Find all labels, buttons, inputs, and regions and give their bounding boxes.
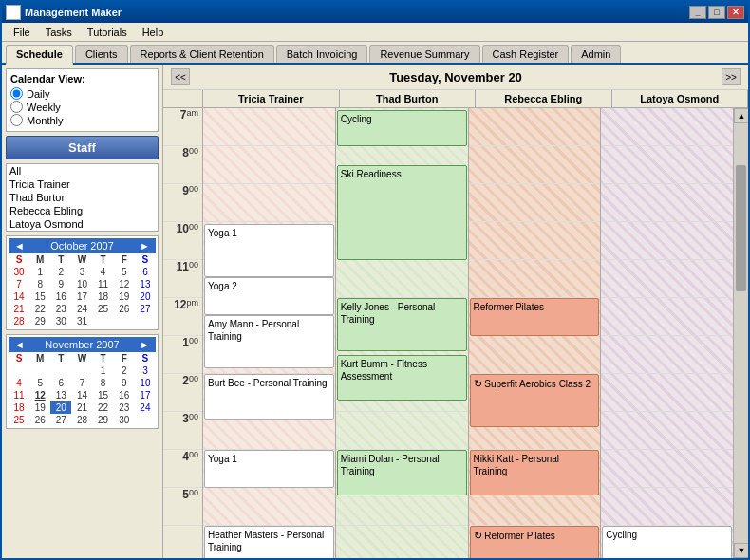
staff-button[interactable]: Staff bbox=[6, 136, 159, 159]
staff-all[interactable]: All bbox=[7, 164, 158, 177]
cal-day[interactable]: 3 bbox=[71, 266, 92, 278]
scroll-down[interactable]: ▼ bbox=[734, 543, 748, 558]
cal-day[interactable]: 12 bbox=[114, 278, 135, 290]
cal-day[interactable]: 21 bbox=[9, 303, 29, 315]
tab-cash-register[interactable]: Cash Register bbox=[482, 45, 570, 63]
tab-batch-invoicing[interactable]: Batch Invoicing bbox=[276, 45, 368, 63]
event-miami-dolan[interactable]: Miami Dolan - Personal Training bbox=[337, 450, 467, 495]
cal-day[interactable]: 8 bbox=[29, 278, 50, 290]
cal-day[interactable] bbox=[50, 364, 71, 377]
cal-day[interactable]: 29 bbox=[93, 414, 114, 426]
cal-day[interactable] bbox=[135, 315, 156, 327]
vertical-scrollbar[interactable]: ▲ ▼ bbox=[733, 108, 748, 558]
cal-day[interactable]: 2 bbox=[114, 364, 135, 377]
cal-day[interactable]: 16 bbox=[114, 389, 135, 401]
cal-day[interactable]: 27 bbox=[50, 414, 71, 426]
cal-day[interactable]: 9 bbox=[114, 377, 135, 389]
cal-day[interactable]: 1 bbox=[93, 364, 114, 377]
cal-day[interactable]: 4 bbox=[93, 266, 114, 278]
minimize-button[interactable]: _ bbox=[689, 6, 706, 19]
cal-day[interactable]: 15 bbox=[93, 389, 114, 401]
cal-day[interactable] bbox=[9, 364, 29, 377]
cal-day[interactable]: 13 bbox=[50, 389, 71, 401]
event-burt-bee[interactable]: Burt Bee - Personal Training bbox=[204, 374, 334, 420]
cal-day[interactable]: 22 bbox=[93, 401, 114, 414]
cal-day[interactable]: 19 bbox=[29, 401, 50, 414]
cal-day[interactable]: 26 bbox=[114, 303, 135, 315]
cal-day[interactable]: 30 bbox=[114, 414, 135, 426]
tab-schedule[interactable]: Schedule bbox=[6, 45, 73, 65]
event-kurt-bumm[interactable]: Kurt Bumm - Fitness Assessment bbox=[337, 355, 467, 401]
cal-day[interactable]: 16 bbox=[50, 290, 71, 303]
cal-day[interactable]: 2 bbox=[50, 266, 71, 278]
october-prev[interactable]: ◄ bbox=[10, 240, 28, 252]
cal-day[interactable] bbox=[114, 315, 135, 327]
event-cycling-thad[interactable]: Cycling bbox=[337, 110, 467, 146]
cal-day[interactable] bbox=[71, 364, 92, 377]
event-reformer-pilates-1[interactable]: Reformer Pilates bbox=[470, 298, 600, 336]
cal-day[interactable]: 13 bbox=[135, 278, 156, 290]
cal-day[interactable]: 15 bbox=[29, 290, 50, 303]
radio-daily[interactable]: Daily bbox=[10, 87, 154, 100]
cal-day[interactable]: 6 bbox=[50, 377, 71, 389]
cal-day[interactable]: 12 bbox=[29, 389, 50, 401]
menu-file[interactable]: File bbox=[6, 25, 38, 40]
radio-weekly[interactable]: Weekly bbox=[10, 101, 154, 113]
cal-day[interactable]: 28 bbox=[9, 315, 29, 327]
cal-day[interactable]: 5 bbox=[114, 266, 135, 278]
cal-day[interactable]: 30 bbox=[50, 315, 71, 327]
cal-day[interactable]: 28 bbox=[71, 414, 92, 426]
event-heather[interactable]: Heather Masters - Personal Training bbox=[204, 526, 334, 558]
cal-day[interactable]: 24 bbox=[71, 303, 92, 315]
cal-day[interactable]: 31 bbox=[71, 315, 92, 327]
event-amy-mann[interactable]: Amy Mann - Personal Training bbox=[204, 315, 334, 368]
event-nikki-katt[interactable]: Nikki Katt - Personal Training bbox=[470, 450, 600, 495]
radio-monthly[interactable]: Monthly bbox=[10, 114, 154, 126]
cal-day[interactable] bbox=[29, 364, 50, 377]
cal-day[interactable]: 14 bbox=[9, 290, 29, 303]
cal-day[interactable]: 22 bbox=[29, 303, 50, 315]
cal-day[interactable]: 27 bbox=[135, 303, 156, 315]
maximize-button[interactable]: □ bbox=[708, 6, 725, 19]
cal-day[interactable]: 23 bbox=[50, 303, 71, 315]
cal-day[interactable]: 9 bbox=[50, 278, 71, 290]
close-button[interactable]: ✕ bbox=[727, 6, 744, 19]
cal-day[interactable]: 24 bbox=[135, 401, 156, 414]
staff-rebecca[interactable]: Rebecca Ebling bbox=[7, 204, 158, 217]
next-button[interactable]: >> bbox=[722, 68, 741, 85]
cal-day[interactable]: 14 bbox=[71, 389, 92, 401]
prev-button[interactable]: << bbox=[171, 68, 190, 85]
october-next[interactable]: ► bbox=[136, 240, 154, 252]
cal-day[interactable]: 18 bbox=[9, 401, 29, 414]
cal-day[interactable]: 7 bbox=[71, 377, 92, 389]
cal-day[interactable]: 5 bbox=[29, 377, 50, 389]
cal-day[interactable]: 25 bbox=[93, 303, 114, 315]
cal-day[interactable]: 8 bbox=[93, 377, 114, 389]
november-prev[interactable]: ◄ bbox=[10, 339, 28, 350]
cal-day[interactable] bbox=[93, 315, 114, 327]
event-yoga1-2[interactable]: Yoga 1 bbox=[204, 450, 334, 488]
cal-day[interactable]: 10 bbox=[71, 278, 92, 290]
staff-latoya[interactable]: Latoya Osmond bbox=[7, 217, 158, 231]
staff-tricia[interactable]: Tricia Trainer bbox=[7, 177, 158, 191]
cal-day[interactable]: 25 bbox=[9, 414, 29, 426]
cal-day[interactable]: 11 bbox=[9, 389, 29, 401]
cal-day[interactable]: 26 bbox=[29, 414, 50, 426]
cal-day[interactable]: 17 bbox=[135, 389, 156, 401]
event-ski-readiness[interactable]: Ski Readiness bbox=[337, 165, 467, 260]
menu-tasks[interactable]: Tasks bbox=[38, 25, 80, 40]
tab-reports[interactable]: Reports & Client Retention bbox=[130, 45, 274, 63]
cal-day[interactable]: 3 bbox=[135, 364, 156, 377]
staff-thad[interactable]: Thad Burton bbox=[7, 191, 158, 204]
cal-day[interactable]: 18 bbox=[93, 290, 114, 303]
event-kelly-jones[interactable]: Kelly Jones - Personal Training bbox=[337, 298, 467, 351]
tab-revenue-summary[interactable]: Revenue Summary bbox=[369, 45, 479, 63]
cal-day[interactable]: 4 bbox=[9, 377, 29, 389]
cal-day[interactable]: 30 bbox=[9, 266, 29, 278]
scroll-up[interactable]: ▲ bbox=[734, 108, 748, 123]
november-next[interactable]: ► bbox=[136, 339, 154, 350]
event-yoga1[interactable]: Yoga 1 bbox=[204, 224, 334, 277]
tab-clients[interactable]: Clients bbox=[75, 45, 128, 63]
cal-day[interactable]: 11 bbox=[93, 278, 114, 290]
tab-admin[interactable]: Admin bbox=[571, 45, 621, 63]
